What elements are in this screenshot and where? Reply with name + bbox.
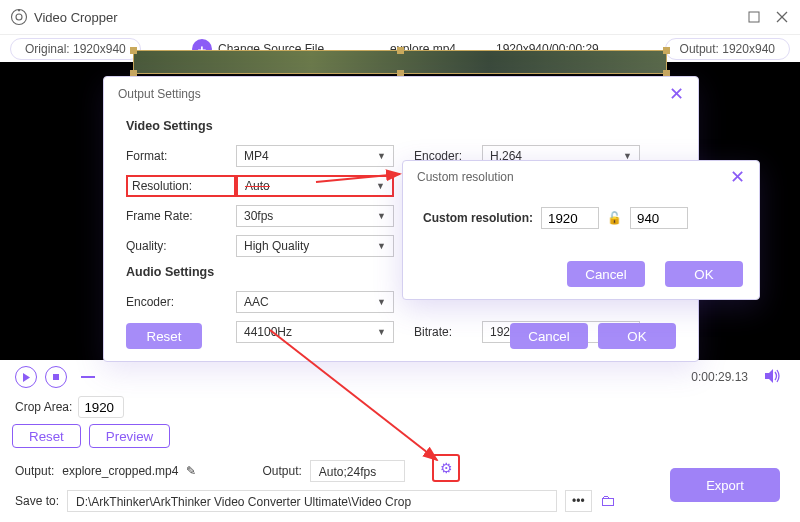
playback-controls: 0:00:29.13 [0,360,800,394]
playback-time: 0:00:29.13 [691,370,748,384]
save-to-label: Save to: [15,494,59,508]
svg-marker-8 [765,369,773,383]
close-button[interactable] [774,9,790,25]
lock-icon[interactable]: 🔓 [607,211,622,225]
preview-button[interactable]: Preview [89,424,170,448]
save-path-field[interactable]: D:\ArkThinker\ArkThinker Video Converter… [67,490,557,512]
dialog-reset-button[interactable]: Reset [126,323,202,349]
edit-filename-icon[interactable]: ✎ [186,464,196,478]
audio-encoder-select[interactable]: AAC▼ [236,291,394,313]
app-logo-icon [10,8,28,26]
format-select[interactable]: MP4▼ [236,145,394,167]
svg-rect-7 [53,374,59,380]
settings-gear-highlight: ⚙ [432,454,460,482]
custom-width-input[interactable] [541,207,599,229]
popup-title: Custom resolution [417,170,514,184]
svg-point-0 [12,10,27,25]
close-icon[interactable]: ✕ [730,166,745,188]
stop-button[interactable] [45,366,67,388]
popup-ok-button[interactable]: OK [665,261,743,287]
quality-label: Quality: [126,239,236,253]
reset-button[interactable]: Reset [12,424,81,448]
custom-resolution-label: Custom resolution: [423,211,533,225]
crop-frame[interactable] [133,50,667,74]
output-filename: explore_cropped.mp4 [62,464,178,478]
open-folder-icon[interactable]: 🗀 [600,492,616,510]
format-label: Format: [126,149,236,163]
video-settings-heading: Video Settings [126,119,676,133]
app-title: Video Cropper [34,10,118,25]
framerate-label: Frame Rate: [126,209,236,223]
reset-preview-row: Reset Preview [12,424,170,448]
output-label: Output: [15,464,54,478]
resolution-select[interactable]: Auto▼ [236,175,394,197]
crop-area-row: Crop Area: [15,396,124,418]
original-size-pill: Original: 1920x940 [10,38,141,60]
dialog-title: Output Settings [118,87,201,101]
svg-rect-3 [749,12,759,22]
resolution-label: Resolution: [126,175,236,197]
minimize-button[interactable] [746,9,762,25]
timeline-start-icon [81,376,95,378]
framerate-select[interactable]: 30fps▼ [236,205,394,227]
custom-height-input[interactable] [630,207,688,229]
custom-resolution-dialog: Custom resolution ✕ Custom resolution: 🔓… [402,160,760,300]
gear-icon[interactable]: ⚙ [440,460,453,476]
crop-width-input[interactable] [78,396,124,418]
close-icon[interactable]: ✕ [669,83,684,105]
svg-point-1 [16,14,22,20]
crop-area-label: Crop Area: [15,400,72,414]
browse-button[interactable]: ••• [565,490,592,512]
svg-point-2 [18,9,20,11]
output-format-label: Output: [262,464,301,478]
volume-icon[interactable] [764,368,782,387]
export-button[interactable]: Export [670,468,780,502]
svg-marker-6 [23,373,30,382]
popup-cancel-button[interactable]: Cancel [567,261,645,287]
play-button[interactable] [15,366,37,388]
output-size-pill: Output: 1920x940 [665,38,790,60]
titlebar: Video Cropper [0,0,800,34]
dialog-cancel-button[interactable]: Cancel [510,323,588,349]
quality-select[interactable]: High Quality▼ [236,235,394,257]
output-format-value: Auto;24fps [310,460,405,482]
audio-encoder-label: Encoder: [126,295,236,309]
dialog-ok-button[interactable]: OK [598,323,676,349]
